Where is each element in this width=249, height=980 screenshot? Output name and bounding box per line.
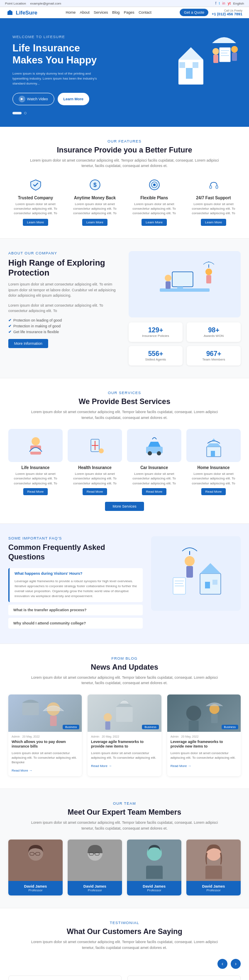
faq-question-3[interactable]: Why should I attend community college?	[8, 618, 143, 629]
team-member-3: David James Professor	[127, 840, 181, 895]
blog-post-1-readmore[interactable]: Read More →	[12, 769, 32, 772]
faq-section: Some Important FAQ's Common Frequently A…	[0, 524, 249, 644]
team-member-2-name: David James	[71, 884, 119, 888]
svg-rect-46	[200, 573, 221, 594]
more-information-button[interactable]: More Information	[8, 339, 48, 348]
watch-video-button[interactable]: ▶ Watch Video	[12, 93, 54, 105]
service-health-btn[interactable]: Read More	[83, 488, 107, 495]
team-title: Meet Our Expert Team Members	[8, 808, 241, 817]
svg-rect-48	[205, 582, 210, 588]
blog-post-2-readmore[interactable]: Read More →	[91, 764, 112, 768]
get-quote-button[interactable]: Get a Quote	[180, 9, 208, 16]
faq-question-1[interactable]: What happens during Visitors' Hours?	[10, 568, 143, 579]
nav-links: Home About Services Blog Pages Contact	[66, 10, 151, 15]
svg-rect-62	[188, 721, 198, 731]
topbar-facebook-icon[interactable]: f	[215, 1, 217, 5]
testimonials-title: What Our Customers Are Saying	[8, 927, 241, 936]
topbar-language[interactable]: English	[233, 2, 244, 5]
blog-post-2-body: Admin 20 May, 2022 Leverage agile framew…	[88, 732, 161, 772]
feature-plans: Flexible Plans Lorem ipsum dolor sit ame…	[127, 177, 181, 226]
service-home-title: Home Insurance	[186, 465, 241, 470]
target-icon	[147, 177, 162, 192]
about-desc1: Lorem ipsum dolor sit amet consectetur a…	[8, 282, 120, 299]
svg-rect-11	[219, 47, 231, 62]
svg-point-19	[153, 184, 156, 186]
faq-item-1[interactable]: What happens during Visitors' Hours? Lev…	[8, 568, 143, 602]
svg-marker-2	[178, 47, 203, 60]
blog-post-1-author: Admin	[12, 735, 20, 738]
nav-contact[interactable]: Contact	[139, 10, 151, 15]
service-life-btn[interactable]: Read More	[23, 488, 48, 495]
blog-grid: Business Admin 20 May, 2022 Which allows…	[8, 694, 241, 777]
hero-dot-2[interactable]	[24, 112, 27, 114]
about-right: 129+ Insurance Policies 98+ Awards WON 5…	[129, 251, 241, 365]
team-label: Our Team	[8, 801, 241, 806]
service-life: Life Insurance Lorem ipsum dolor sit ame…	[8, 429, 63, 495]
feature-money-btn[interactable]: Learn More	[82, 219, 107, 226]
about-label: About Our Company	[8, 251, 120, 255]
feature-trusted-desc: Lorem ipsum dolor sit amet consectetur a…	[8, 202, 63, 216]
life-insurance-img	[8, 429, 63, 462]
team-member-4-info: David James Professor	[186, 881, 241, 895]
svg-point-61	[186, 706, 201, 721]
svg-rect-76	[146, 866, 163, 879]
faq-label: Some Important FAQ's	[8, 536, 143, 540]
feature-plans-btn[interactable]: Learn More	[142, 219, 167, 226]
hero-dot-active[interactable]	[12, 112, 22, 114]
team-member-4-name: David James	[190, 884, 237, 888]
team-member-2: David James Professor	[68, 840, 122, 895]
team-member-3-info: David James Professor	[127, 881, 181, 895]
feature-trusted-btn[interactable]: Learn More	[23, 219, 48, 226]
feature-plans-title: Flexible Plans	[127, 196, 181, 200]
logo-text[interactable]: LifeSure	[16, 10, 37, 16]
topbar-instagram-icon[interactable]: in	[222, 1, 225, 5]
stat-members-label: Team Members	[191, 358, 237, 361]
testimonial-next-button[interactable]: ›	[231, 959, 241, 969]
service-car-btn[interactable]: Read More	[142, 488, 167, 495]
blog-post-3-readmore[interactable]: Read More →	[171, 764, 191, 768]
feature-support-btn[interactable]: Learn More	[201, 219, 226, 226]
nav-about[interactable]: About	[80, 10, 90, 15]
more-services-wrap: More Services	[8, 502, 241, 511]
services-desc: Lorem ipsum dolor sit amet consectetur a…	[25, 409, 224, 421]
faq-item-3[interactable]: Why should I attend community college?	[8, 618, 143, 629]
svg-rect-56	[50, 716, 57, 726]
team-member-1-role: Professor	[12, 888, 59, 892]
nav-blog[interactable]: Blog	[112, 10, 120, 15]
svg-rect-20	[210, 186, 212, 189]
team-member-2-role: Professor	[71, 888, 119, 892]
faq-item-2[interactable]: What is the transfer application process…	[8, 605, 143, 615]
nav-home[interactable]: Home	[66, 10, 76, 15]
stat-members-number: 967+	[191, 350, 237, 358]
svg-rect-3	[186, 68, 193, 79]
blog-post-2: Business Admin 20 May, 2022 Leverage agi…	[88, 694, 161, 777]
svg-rect-5	[193, 62, 198, 68]
blog-label: From Blog	[8, 656, 241, 661]
blog-post-3-author: Admin	[171, 735, 179, 738]
faq-answer-1: Leverage agile frameworks to provide a r…	[10, 579, 143, 602]
service-health: Health Insurance Lorem ipsum dolor sit a…	[68, 429, 122, 495]
stat-agents-number: 556+	[133, 350, 178, 358]
team-section: Our Team Meet Our Expert Team Members Lo…	[0, 789, 249, 908]
nav-services[interactable]: Services	[94, 10, 108, 15]
service-home-btn[interactable]: Read More	[201, 488, 226, 495]
learn-more-button[interactable]: Learn More	[58, 93, 90, 105]
service-car-desc: Lorem ipsum dolor sit amet consectetur a…	[127, 472, 181, 486]
shield-icon	[28, 177, 43, 192]
blog-post-3-meta: Admin 20 May, 2022	[171, 735, 237, 738]
svg-rect-25	[175, 289, 186, 290]
more-services-button[interactable]: More Services	[105, 502, 144, 511]
nav-pages[interactable]: Pages	[124, 10, 134, 15]
svg-point-36	[99, 448, 104, 453]
svg-point-31	[32, 437, 40, 445]
about-desc2: Lorem ipsum dolor sit amet consectetur a…	[8, 303, 120, 314]
blog-post-3-title: Leverage agile frameworks to provide new…	[171, 740, 237, 749]
dollar-icon: $	[88, 177, 103, 192]
svg-rect-44	[186, 566, 193, 578]
testimonial-prev-button[interactable]: ‹	[217, 959, 227, 969]
topbar-youtube-icon[interactable]: yt	[228, 1, 231, 5]
faq-question-2[interactable]: What is the transfer application process…	[8, 605, 143, 615]
about-list-item-3: ✔Get life Insurance is flexible	[8, 330, 120, 334]
topbar-twitter-icon[interactable]: t	[219, 1, 220, 5]
feature-support-title: 24/7 Fast Support	[186, 196, 241, 200]
